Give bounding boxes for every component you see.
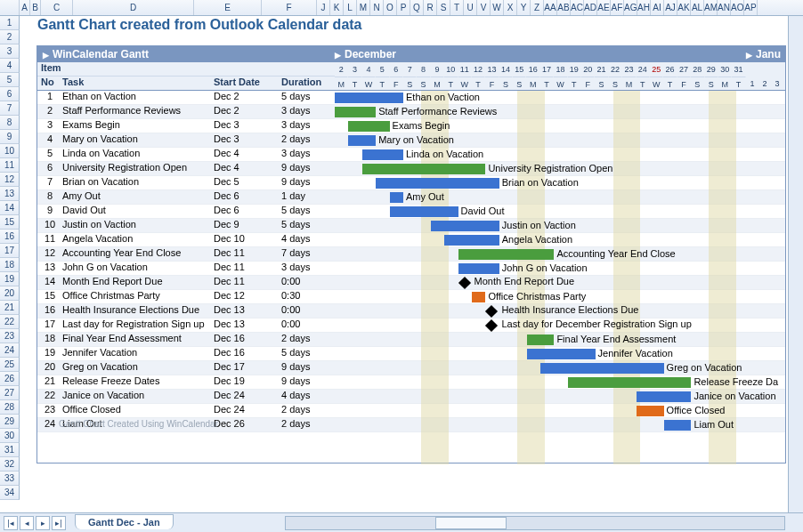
- row-header[interactable]: 29: [0, 415, 20, 429]
- col-header[interactable]: AI: [651, 0, 664, 15]
- row-header[interactable]: 28: [0, 400, 20, 415]
- task-row[interactable]: 18 Final Year End Assessment Dec 16 2 da…: [37, 333, 785, 347]
- task-row[interactable]: 14 Month End Report Due Dec 11 0:00 Mont…: [37, 276, 785, 290]
- col-header[interactable]: A: [20, 0, 30, 15]
- task-row[interactable]: 15 Office Christmas Party Dec 12 0:30 Of…: [37, 290, 785, 304]
- col-header[interactable]: AP: [744, 0, 758, 15]
- col-header[interactable]: AE: [597, 0, 611, 15]
- task-row[interactable]: 13 John G on Vacation Dec 11 3 days John…: [37, 262, 785, 276]
- task-row[interactable]: 19 Jennifer Vacation Dec 16 5 days Jenni…: [37, 347, 785, 361]
- row-header[interactable]: 32: [0, 457, 20, 472]
- row-header[interactable]: 17: [0, 244, 20, 258]
- grid-area[interactable]: 1234567891011121314151617181920212223242…: [0, 16, 803, 512]
- vertical-scrollbar[interactable]: [788, 16, 803, 512]
- row-header[interactable]: 7: [0, 101, 20, 116]
- row-header[interactable]: 3: [0, 44, 20, 59]
- row-header[interactable]: 25: [0, 358, 20, 372]
- col-header[interactable]: T: [450, 0, 464, 15]
- row-header[interactable]: 14: [0, 201, 20, 215]
- task-row[interactable]: 7 Brian on Vacation Dec 5 9 days Brian o…: [37, 176, 785, 190]
- row-header[interactable]: 8: [0, 116, 20, 130]
- task-row[interactable]: 2 Staff Performance Reviews Dec 2 3 days…: [37, 105, 785, 119]
- row-header[interactable]: 5: [0, 73, 20, 87]
- col-header[interactable]: AG: [624, 0, 637, 15]
- col-header[interactable]: V: [477, 0, 491, 15]
- task-row[interactable]: 12 Accounting Year End Close Dec 11 7 da…: [37, 247, 785, 262]
- horizontal-scrollbar[interactable]: [285, 516, 785, 530]
- col-header[interactable]: AF: [611, 0, 624, 15]
- col-header[interactable]: W: [491, 0, 504, 15]
- sheet-tab[interactable]: Gantt Dec - Jan: [75, 514, 174, 529]
- col-header[interactable]: D: [73, 0, 194, 15]
- col-header[interactable]: K: [330, 0, 344, 15]
- col-header[interactable]: X: [504, 0, 517, 15]
- task-row[interactable]: 23 Office Closed Dec 24 2 days Office Cl…: [37, 404, 785, 418]
- row-header[interactable]: 26: [0, 372, 20, 386]
- task-row[interactable]: 22 Janice on Vacation Dec 24 4 days Jani…: [37, 390, 785, 404]
- row-header[interactable]: 27: [0, 386, 20, 400]
- row-header[interactable]: 16: [0, 230, 20, 244]
- row-header[interactable]: 12: [0, 173, 20, 187]
- task-row[interactable]: 20 Greg on Vacation Dec 17 9 days Greg o…: [37, 361, 785, 375]
- row-header[interactable]: 13: [0, 187, 20, 201]
- col-header[interactable]: AH: [637, 0, 651, 15]
- task-row[interactable]: 6 University Registration Open Dec 4 9 d…: [37, 162, 785, 176]
- col-header[interactable]: O: [384, 0, 397, 15]
- task-row[interactable]: 17 Last day for Registration Sign up Dec…: [37, 318, 785, 333]
- row-header[interactable]: 19: [0, 272, 20, 286]
- col-header[interactable]: AM: [704, 0, 718, 15]
- col-header[interactable]: F: [262, 0, 317, 15]
- row-header[interactable]: 24: [0, 343, 20, 358]
- task-row[interactable]: 21 Release Freeze Dates Dec 19 9 days Re…: [37, 375, 785, 390]
- row-header[interactable]: 11: [0, 158, 20, 173]
- row-header[interactable]: 1: [0, 16, 20, 30]
- col-header[interactable]: Y: [517, 0, 531, 15]
- col-header[interactable]: AC: [571, 0, 584, 15]
- task-row[interactable]: 16 Health Insurance Elections Due Dec 13…: [37, 304, 785, 318]
- row-header[interactable]: 22: [0, 315, 20, 329]
- tab-nav-next[interactable]: ▸: [36, 516, 50, 530]
- col-header[interactable]: M: [357, 0, 370, 15]
- row-header[interactable]: 34: [0, 486, 20, 500]
- col-header[interactable]: AL: [691, 0, 704, 15]
- row-header[interactable]: 15: [0, 215, 20, 230]
- row-header[interactable]: 21: [0, 301, 20, 315]
- col-header[interactable]: AA: [544, 0, 557, 15]
- col-header[interactable]: AD: [584, 0, 597, 15]
- row-header[interactable]: 4: [0, 59, 20, 73]
- col-header[interactable]: L: [344, 0, 357, 15]
- task-row[interactable]: 9 David Out Dec 6 5 days David Out: [37, 205, 785, 219]
- row-header[interactable]: 33: [0, 472, 20, 486]
- col-header[interactable]: AO: [731, 0, 744, 15]
- col-header[interactable]: U: [464, 0, 477, 15]
- row-header[interactable]: 9: [0, 130, 20, 144]
- task-row[interactable]: 11 Angela Vacation Dec 10 4 days Angela …: [37, 233, 785, 247]
- task-row[interactable]: 1 Ethan on Vaction Dec 2 5 days Ethan on…: [37, 91, 785, 105]
- col-header[interactable]: N: [370, 0, 384, 15]
- task-row[interactable]: 8 Amy Out Dec 6 1 day Amy Out: [37, 190, 785, 205]
- col-header[interactable]: R: [424, 0, 437, 15]
- col-header[interactable]: S: [437, 0, 450, 15]
- row-header[interactable]: 23: [0, 329, 20, 343]
- col-header[interactable]: AJ: [664, 0, 677, 15]
- scrollbar-thumb[interactable]: [435, 517, 507, 529]
- task-row[interactable]: 4 Mary on Vacation Dec 3 2 days Mary on …: [37, 133, 785, 148]
- row-header[interactable]: 18: [0, 258, 20, 272]
- tab-nav-prev[interactable]: ◂: [20, 516, 34, 530]
- row-header[interactable]: 31: [0, 443, 20, 457]
- col-header[interactable]: Z: [531, 0, 544, 15]
- row-header[interactable]: 10: [0, 144, 20, 158]
- row-header[interactable]: 6: [0, 87, 20, 101]
- col-header[interactable]: B: [30, 0, 41, 15]
- tab-nav-last[interactable]: ▸|: [52, 516, 66, 530]
- tab-nav-first[interactable]: |◂: [4, 516, 18, 530]
- task-row[interactable]: 5 Linda on Vacation Dec 4 3 days Linda o…: [37, 148, 785, 162]
- col-header[interactable]: Q: [410, 0, 424, 15]
- col-header[interactable]: E: [194, 0, 262, 15]
- task-row[interactable]: 10 Justin on Vaction Dec 9 5 days Justin…: [37, 219, 785, 233]
- col-header[interactable]: P: [397, 0, 410, 15]
- row-header[interactable]: 30: [0, 429, 20, 443]
- col-header[interactable]: AK: [677, 0, 691, 15]
- task-row[interactable]: 3 Exams Begin Dec 3 3 days Exams Begin: [37, 119, 785, 133]
- row-header[interactable]: 20: [0, 286, 20, 301]
